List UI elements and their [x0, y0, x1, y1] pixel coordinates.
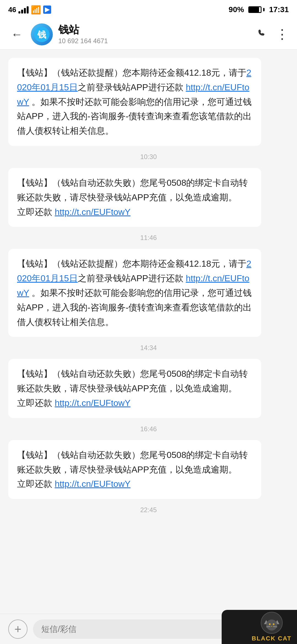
timestamp-1: 10:30 [0, 153, 297, 161]
chat-area: 【钱站】（钱站还款提醒）您本期待还金额412.18元，请于2020年01月15日… [0, 50, 297, 554]
cat-logo: BLACK CAT [252, 612, 292, 642]
url-link-5[interactable]: http://t.cn/EUFtowY [55, 479, 131, 489]
back-button[interactable]: ← [8, 25, 25, 44]
black-cat-watermark: BLACK CAT [222, 610, 297, 644]
message-bubble-2: 【钱站】（钱站自动还款失败）您尾号0508的绑定卡自动转账还款失败，请尽快登录钱… [8, 168, 261, 227]
battery-percent: 90% [229, 5, 244, 14]
timestamp-2: 11:46 [0, 234, 297, 242]
svg-point-4 [266, 620, 277, 631]
add-attachment-button[interactable]: + [8, 620, 28, 639]
timestamp-5: 22:45 [0, 506, 297, 514]
carrier-label: 46 [8, 6, 16, 14]
svg-point-6 [273, 623, 274, 625]
brand-text: BLACK CAT [252, 635, 292, 642]
signal-bar-4 [27, 6, 29, 13]
nav-bar: ← 钱 钱站 10 692 164 4671 ⋮ [0, 19, 297, 50]
message-wrapper-2: 【钱站】（钱站自动还款失败）您尾号0508的绑定卡自动转账还款失败，请尽快登录钱… [0, 165, 297, 230]
signal-bar-2 [21, 10, 23, 13]
message-wrapper-3: 【钱站】（钱站还款提醒）您本期待还金额412.18元，请于2020年01月15日… [0, 246, 297, 340]
timestamp-4: 16:46 [0, 425, 297, 433]
message-bubble-1: 【钱站】（钱站还款提醒）您本期待还金额412.18元，请于2020年01月15日… [8, 58, 261, 146]
contact-avatar: 钱 [31, 23, 53, 45]
avatar-icon: 钱 [34, 26, 50, 43]
svg-point-5 [269, 623, 271, 625]
time-display: 17:31 [269, 5, 289, 14]
status-bar: 46 📶 ▶ 90% 17:31 [0, 0, 297, 19]
contact-number: 10 692 164 4671 [58, 37, 251, 45]
call-button[interactable] [256, 28, 267, 41]
plus-icon: + [14, 622, 21, 636]
signal-bar-3 [24, 8, 26, 13]
more-button[interactable]: ⋮ [276, 28, 289, 41]
wifi-icon: 📶 [31, 5, 41, 15]
cat-circle [261, 612, 283, 634]
cat-face-icon [263, 615, 280, 631]
message-bubble-5: 【钱站】（钱站自动还款失败）您尾号0508的绑定卡自动转账还款失败，请尽快登录钱… [8, 440, 261, 499]
url-link-4[interactable]: http://t.cn/EUFtowY [55, 398, 131, 408]
battery-icon [248, 6, 265, 13]
message-wrapper-5: 【钱站】（钱站自动还款失败）您尾号0508的绑定卡自动转账还款失败，请尽快登录钱… [0, 437, 297, 502]
svg-text:钱: 钱 [37, 30, 46, 40]
message-wrapper-1: 【钱站】（钱站还款提醒）您本期待还金额412.18元，请于2020年01月15日… [0, 55, 297, 149]
url-link-2[interactable]: http://t.cn/EUFtowY [55, 207, 131, 217]
message-bubble-4: 【钱站】（钱站自动还款失败）您尾号0508的绑定卡自动转账还款失败，请尽快登录钱… [8, 359, 261, 418]
signal-bars [18, 6, 29, 13]
contact-name: 钱站 [58, 24, 251, 36]
signal-bar-1 [18, 11, 20, 13]
message-bubble-3: 【钱站】（钱站还款提醒）您本期待还金额412.18元，请于2020年01月15日… [8, 249, 261, 337]
contact-info: 钱站 10 692 164 4671 [58, 24, 251, 45]
status-right: 90% 17:31 [229, 5, 289, 14]
data-icon: ▶ [43, 6, 51, 14]
timestamp-3: 14:34 [0, 344, 297, 352]
status-left: 46 📶 ▶ [8, 5, 51, 15]
message-wrapper-4: 【钱站】（钱站自动还款失败）您尾号0508的绑定卡自动转账还款失败，请尽快登录钱… [0, 356, 297, 421]
nav-actions: ⋮ [256, 28, 289, 41]
